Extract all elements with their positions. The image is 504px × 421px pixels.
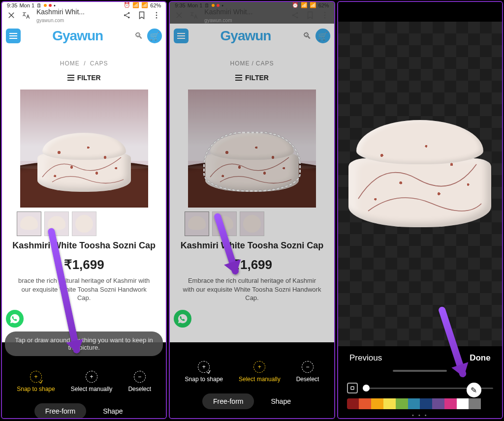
sticker-canvas[interactable] bbox=[338, 2, 502, 346]
snap-to-shape-mode[interactable]: + Snap to shape bbox=[17, 371, 55, 392]
bookmark-icon[interactable] bbox=[137, 11, 146, 22]
product-title: Kashmiri White Toosha Sozni Cap bbox=[2, 240, 166, 251]
deselect-mode[interactable]: − Deselect bbox=[128, 371, 151, 392]
search-icon[interactable]: 🔍︎ bbox=[303, 31, 312, 41]
snap-to-shape-icon: + bbox=[198, 361, 210, 373]
svg-point-7 bbox=[296, 12, 298, 14]
brand-logo[interactable]: Gyawun bbox=[52, 28, 103, 44]
product-description: brace the rich cultural heritage of Kash… bbox=[2, 276, 166, 302]
previous-button[interactable]: Previous bbox=[349, 353, 382, 363]
crumb-home[interactable]: HOME bbox=[60, 60, 80, 67]
selection-outline bbox=[203, 132, 301, 192]
svg-point-8 bbox=[296, 17, 298, 18]
page-domain: gyawun.com bbox=[36, 18, 64, 23]
product-image[interactable] bbox=[188, 90, 316, 208]
filter-icon bbox=[67, 75, 74, 81]
svg-point-1 bbox=[128, 12, 129, 14]
whatsapp-icon[interactable] bbox=[174, 310, 191, 328]
snap-to-shape-icon: + bbox=[30, 371, 42, 383]
select-manually-icon: + bbox=[86, 371, 97, 383]
share-icon[interactable] bbox=[123, 11, 131, 22]
svg-point-9 bbox=[324, 12, 325, 13]
deselect-mode[interactable]: −Deselect bbox=[296, 361, 319, 383]
close-icon[interactable] bbox=[175, 11, 184, 22]
translate-icon[interactable] bbox=[22, 11, 31, 22]
svg-point-0 bbox=[124, 14, 126, 16]
home-indicator bbox=[393, 370, 447, 372]
page-title: Kashmiri Whit... bbox=[36, 8, 95, 16]
brand-logo[interactable]: Gyawun bbox=[220, 28, 271, 44]
sticker-toolbar: ✎ • • • bbox=[338, 378, 502, 418]
deselect-icon: − bbox=[302, 361, 314, 373]
browser-chrome: Kashmiri Whit... gyawun.com bbox=[170, 8, 334, 24]
webpage-dimmed: Gyawun 🔍︎🛒 HOME/CAPS FILTER Kashmiri Whi… bbox=[170, 24, 334, 342]
snap-to-shape-mode[interactable]: +Snap to shape bbox=[185, 361, 223, 383]
border-style-icon[interactable] bbox=[347, 383, 358, 393]
shape-button[interactable]: Shape bbox=[260, 393, 301, 409]
bookmark-icon[interactable] bbox=[306, 11, 315, 22]
status-time: 9:35 bbox=[7, 2, 17, 8]
eyedropper-icon[interactable]: ✎ bbox=[467, 383, 481, 397]
svg-point-5 bbox=[156, 17, 158, 19]
editor-controls: +Snap to shape +Select manually −Deselec… bbox=[170, 342, 334, 419]
select-manually-mode[interactable]: + Select manually bbox=[71, 371, 113, 392]
status-day: Mon 1 bbox=[19, 2, 34, 8]
hamburger-menu-icon[interactable] bbox=[174, 29, 189, 43]
close-icon[interactable] bbox=[7, 11, 16, 22]
thumbnail[interactable] bbox=[17, 211, 41, 236]
crumb-category[interactable]: CAPS bbox=[90, 60, 108, 67]
cart-icon[interactable]: 🛒 bbox=[147, 29, 162, 43]
share-icon[interactable] bbox=[291, 11, 300, 22]
svg-point-11 bbox=[324, 17, 325, 19]
cutout-subject[interactable] bbox=[348, 120, 491, 227]
filter-button[interactable]: FILTER bbox=[170, 74, 334, 82]
select-manually-icon: + bbox=[253, 361, 265, 373]
thumbnail[interactable] bbox=[72, 211, 96, 236]
deselect-icon: − bbox=[134, 371, 146, 383]
select-manually-mode[interactable]: +Select manually bbox=[239, 361, 281, 383]
shape-button[interactable]: Shape bbox=[92, 403, 133, 419]
more-icon[interactable] bbox=[320, 11, 329, 22]
webpage: Gyawun 🔍︎ 🛒 HOME / CAPS FILTER Kas bbox=[2, 24, 166, 342]
phone-screen-3: ✎ • • • Previous Done bbox=[337, 1, 503, 419]
browser-chrome: Kashmiri Whit... gyawun.com bbox=[2, 8, 166, 24]
filter-button[interactable]: FILTER bbox=[2, 74, 166, 82]
phone-screen-2: 9:35 Mon 1 🗓• ⏰📶📶62% Kashmiri Whit... gy… bbox=[169, 1, 335, 419]
page-dots: • • • bbox=[347, 412, 493, 418]
svg-point-6 bbox=[292, 14, 294, 16]
product-image[interactable] bbox=[20, 90, 148, 208]
status-bar: 9:35 Mon 1 🗓• ⏰📶📶 62% bbox=[2, 2, 166, 8]
freeform-button[interactable]: Free-form bbox=[202, 393, 254, 409]
svg-point-3 bbox=[156, 12, 158, 13]
product-price: ₹1,699 bbox=[2, 257, 166, 272]
svg-point-10 bbox=[324, 14, 325, 16]
phone-screen-1: 9:35 Mon 1 🗓• ⏰📶📶 62% Kashmiri Whit... g… bbox=[1, 1, 167, 419]
color-palette[interactable] bbox=[347, 398, 493, 409]
whatsapp-icon[interactable] bbox=[6, 310, 24, 328]
cart-icon[interactable]: 🛒 bbox=[315, 29, 330, 43]
status-battery: 62% bbox=[150, 2, 161, 8]
svg-point-4 bbox=[156, 14, 158, 16]
translate-icon[interactable] bbox=[189, 11, 198, 22]
product-thumbnails bbox=[17, 211, 166, 236]
breadcrumb: HOME / CAPS bbox=[2, 60, 166, 67]
freeform-button[interactable]: Free-form bbox=[34, 403, 86, 419]
hamburger-menu-icon[interactable] bbox=[6, 29, 21, 43]
done-button[interactable]: Done bbox=[470, 353, 491, 363]
search-icon[interactable]: 🔍︎ bbox=[134, 31, 143, 41]
more-icon[interactable] bbox=[152, 11, 161, 22]
status-bar: 9:35 Mon 1 🗓• ⏰📶📶62% bbox=[170, 2, 334, 8]
svg-point-2 bbox=[128, 17, 129, 18]
